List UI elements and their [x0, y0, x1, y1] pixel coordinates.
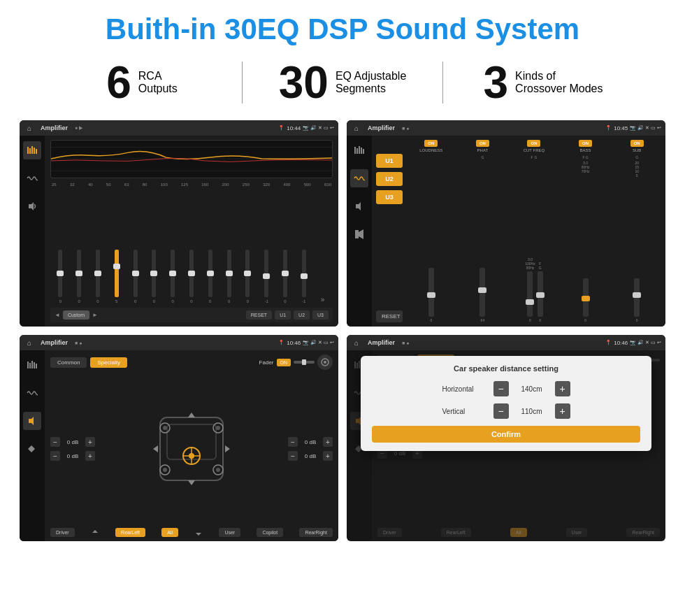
eq-u1-btn[interactable]: U1 [275, 310, 291, 320]
fader-btn-rearright[interactable]: RearRight [299, 528, 333, 537]
crossover-sidebar-speaker-icon[interactable] [350, 225, 368, 243]
eq-sidebar-eq-icon[interactable] [23, 141, 41, 159]
spk-ctrl-bl: − 0 dB + [50, 451, 95, 461]
distance-dialog-title: Car speaker distance setting [372, 364, 640, 373]
spk-ctrl-tr: − 0 dB + [288, 437, 333, 447]
svg-point-35 [163, 426, 167, 430]
crossover-sidebar-active-icon[interactable] [350, 169, 368, 187]
svg-rect-19 [31, 361, 33, 368]
ch-bass-label: BASS [580, 148, 591, 152]
ch-bass-on[interactable]: ON [579, 140, 592, 147]
spk-plus-tr[interactable]: + [323, 437, 333, 447]
eq-sliders: 0 0 0 5 0 [50, 189, 333, 303]
fader-speaker-section: − 0 dB + − 0 dB + [50, 374, 333, 524]
ch-cutfreq-label: CUT FREQ [524, 148, 545, 152]
fader-tabs-row: Common Specialty Fader ON [50, 354, 333, 370]
eq-preset-custom[interactable]: Custom [63, 310, 89, 320]
svg-marker-45 [225, 445, 230, 452]
crossover-sidebar-eq-icon[interactable] [350, 141, 368, 159]
fader-btn-rearleft[interactable]: RearLeft [115, 528, 145, 537]
fader-btn-user[interactable]: User [219, 528, 240, 537]
stat-eq-number: 30 [279, 60, 329, 105]
crossover-screen-content: U1 U2 U3 RESET ON LOUDNESS [347, 136, 665, 327]
ch-phat-on[interactable]: ON [476, 140, 489, 147]
eq-reset-btn[interactable]: RESET [246, 310, 272, 320]
page-header: Buith-in 30EQ DSP Sound System [0, 0, 685, 53]
svg-marker-16 [359, 229, 363, 239]
home-icon[interactable]: ⌂ [24, 122, 35, 134]
crossover-reset-btn[interactable]: RESET [376, 310, 403, 322]
svg-marker-5 [29, 202, 34, 210]
fader-home-icon[interactable]: ⌂ [24, 337, 35, 348]
vertical-plus-btn[interactable]: + [555, 403, 570, 419]
eq-slider-2: 0 [89, 250, 107, 303]
eq-sidebar-volume-icon[interactable] [23, 197, 41, 215]
spk-minus-tl[interactable]: − [50, 437, 60, 447]
crossover-u2-btn[interactable]: U2 [376, 172, 403, 186]
spk-plus-bl[interactable]: + [85, 451, 95, 461]
vertical-label: Vertical [442, 408, 488, 415]
vertical-minus-btn[interactable]: − [493, 403, 509, 419]
svg-marker-42 [188, 413, 195, 417]
fader-btn-driver[interactable]: Driver [50, 528, 75, 537]
ch-cutfreq-on[interactable]: ON [527, 140, 540, 147]
spk-plus-br[interactable]: + [323, 451, 333, 461]
distance-app-title: Amplifier [368, 339, 395, 346]
ch-loudness-on[interactable]: ON [424, 140, 438, 147]
crossover-sidebar [347, 136, 372, 327]
crossover-sidebar-vol-icon[interactable] [350, 197, 368, 215]
horizontal-plus-btn[interactable]: + [555, 381, 570, 396]
stat-crossover-text: Kinds of Crossover Modes [515, 70, 603, 95]
fader-app-title: Amplifier [41, 339, 68, 346]
svg-marker-44 [153, 445, 158, 452]
distance-dialog: Car speaker distance setting Horizontal … [361, 356, 651, 451]
tab-common[interactable]: Common [50, 357, 87, 368]
eq-u3-btn[interactable]: U3 [312, 310, 329, 320]
eq-u2-btn[interactable]: U2 [294, 310, 310, 320]
ch-sub-on[interactable]: ON [630, 140, 644, 147]
eq-main-panel: 25 32 40 50 63 80 100 125 160 200 250 32… [45, 136, 338, 327]
svg-rect-4 [36, 149, 37, 154]
crossover-channels: ON LOUDNESS 0 ON PHAT G [407, 140, 661, 322]
confirm-button[interactable]: Confirm [372, 426, 640, 443]
fader-status-icons: 📍 10:46 📷 🔊 ✕ ▭ ↩ [278, 340, 334, 346]
fader-left-controls: − 0 dB + − 0 dB + [50, 437, 95, 461]
fader-sidebar-vol-icon[interactable] [23, 412, 41, 430]
ch-cutfreq: ON CUT FREQ FG 3.0 100Hz 80Hz 0 [510, 140, 558, 322]
crossover-main-panel: U1 U2 U3 RESET ON LOUDNESS [372, 136, 665, 327]
eq-slider-7: 0 [183, 250, 201, 303]
spk-minus-bl[interactable]: − [50, 451, 60, 461]
eq-prev-arrow[interactable]: ◄ [55, 312, 60, 318]
eq-slider-12: 0 [277, 250, 294, 303]
eq-app-title: Amplifier [41, 124, 68, 131]
fader-sidebar-expand-icon[interactable] [23, 440, 41, 458]
svg-rect-17 [27, 361, 29, 368]
eq-status-icons: 📍 10:44 📷 🔊 ✕ ▭ ↩ [278, 125, 334, 131]
eq-slider-1: 0 [71, 250, 88, 303]
spk-minus-tr[interactable]: − [288, 437, 298, 447]
fader-sidebar-eq-icon[interactable] [23, 356, 41, 374]
fader-btn-copilot[interactable]: Copilot [257, 528, 283, 537]
distance-vertical-row: Vertical − 110cm + [372, 403, 640, 419]
fader-on-btn[interactable]: ON [277, 359, 291, 366]
svg-rect-9 [354, 147, 356, 154]
distance-home-icon[interactable]: ⌂ [351, 337, 362, 348]
eq-next-arrow[interactable]: ► [92, 312, 98, 318]
spk-plus-tl[interactable]: + [85, 437, 95, 447]
horizontal-minus-btn[interactable]: − [493, 381, 509, 396]
spk-minus-br[interactable]: − [288, 451, 298, 461]
page-title: Buith-in 30EQ DSP Sound System [0, 13, 685, 46]
crossover-u3-btn[interactable]: U3 [376, 190, 403, 204]
tab-specialty[interactable]: Specialty [90, 357, 127, 368]
eq-slider-0: 0 [52, 250, 69, 303]
crossover-home-icon[interactable]: ⌂ [351, 122, 362, 134]
eq-slider-10: 0 [239, 250, 257, 303]
eq-sidebar-wave-icon[interactable] [23, 169, 41, 187]
fader-btn-all[interactable]: All [161, 528, 178, 537]
crossover-u1-btn[interactable]: U1 [376, 154, 403, 168]
status-bar-fader: ⌂ Amplifier ■ ● 📍 10:46 📷 🔊 ✕ ▭ ↩ [20, 335, 338, 350]
svg-rect-12 [361, 148, 362, 154]
svg-rect-3 [34, 148, 35, 154]
stat-crossover-number: 3 [484, 60, 509, 105]
fader-sidebar-wave-icon[interactable] [23, 384, 41, 402]
